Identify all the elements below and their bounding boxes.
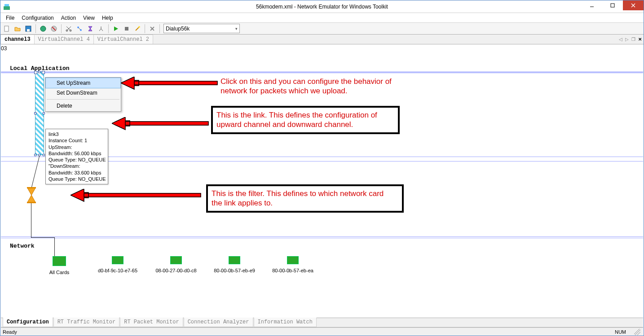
resize-grip-icon[interactable] xyxy=(634,329,640,335)
connector-line xyxy=(54,237,55,257)
tab-prev-icon[interactable]: ◁ xyxy=(619,37,622,42)
svg-rect-3 xyxy=(611,4,614,7)
profile-dropdown[interactable]: Dialup56k ▾ xyxy=(163,24,240,33)
bottom-tab[interactable]: RT Packet Monitor xyxy=(120,318,183,327)
chevron-down-icon: ▾ xyxy=(235,26,238,31)
link-tooltip: link3 Instance Count: 1 UpStream: Bandwi… xyxy=(45,129,108,184)
branch-icon[interactable] xyxy=(96,24,106,34)
arrow-icon xyxy=(112,117,211,131)
network-card-item[interactable]: All Cards xyxy=(41,256,77,275)
nic-icon xyxy=(53,256,66,266)
menu-help[interactable]: Help xyxy=(98,14,117,22)
svg-point-22 xyxy=(138,26,140,28)
settings-icon[interactable] xyxy=(147,24,157,34)
open-icon[interactable] xyxy=(13,24,22,34)
svg-line-25 xyxy=(31,156,40,188)
bottom-tab[interactable]: Information Watch xyxy=(254,318,317,327)
app-icon xyxy=(0,3,13,10)
svg-rect-30 xyxy=(125,122,208,125)
channel-tab-strip: channel3 VirtualChannel 4 VirtualChannel… xyxy=(0,35,644,44)
nic-icon xyxy=(170,256,182,264)
svg-rect-32 xyxy=(84,193,201,197)
status-text: Ready xyxy=(1,329,17,335)
topology-canvas[interactable]: Local Application Set UpStream Set DownS… xyxy=(1,45,643,317)
bottom-tab[interactable]: Connection Analyzer xyxy=(184,318,253,327)
globe-icon[interactable] xyxy=(38,24,48,34)
connector-line xyxy=(31,203,31,237)
divider xyxy=(1,71,643,72)
annotation-box: This is the filter. This defines to whic… xyxy=(206,184,404,213)
maximize-button[interactable] xyxy=(602,0,623,10)
svg-rect-8 xyxy=(27,29,30,31)
profile-dropdown-value: Dialup56k xyxy=(166,26,190,32)
save-icon[interactable] xyxy=(23,24,33,34)
arrow-icon xyxy=(121,77,220,90)
toolbar: Dialup56k ▾ xyxy=(0,23,644,35)
divider xyxy=(1,236,643,237)
network-label: Network xyxy=(10,243,35,249)
status-numlock: NUM xyxy=(615,329,626,335)
svg-rect-20 xyxy=(125,27,128,31)
menu-file[interactable]: File xyxy=(2,14,18,22)
ctx-set-upstream[interactable]: Set UpStream xyxy=(45,78,121,88)
svg-point-9 xyxy=(40,26,46,31)
window-title: 56kmodem.xml - Network Emulator for Wind… xyxy=(0,4,644,10)
bottom-tab-strip: Configuration RT Traffic Monitor RT Pack… xyxy=(1,318,643,327)
svg-rect-6 xyxy=(4,26,9,31)
ctx-set-downstream[interactable]: Set DownStream xyxy=(46,88,120,98)
hourglass-icon[interactable] xyxy=(85,24,95,34)
ctx-delete[interactable]: Delete xyxy=(46,101,120,111)
svg-line-18 xyxy=(99,29,101,31)
scissors-icon[interactable] xyxy=(64,24,74,34)
network-card-item[interactable]: 80-00-0b-57-eb-e9 xyxy=(216,256,252,275)
tab-close-icon[interactable]: ✕ xyxy=(638,37,642,42)
stop-globe-icon[interactable] xyxy=(49,24,59,34)
menu-bar: File Configuration Action View Help xyxy=(0,13,644,23)
menu-action[interactable]: Action xyxy=(57,14,79,22)
menu-configuration[interactable]: Configuration xyxy=(18,14,57,22)
bottom-tab[interactable]: Configuration xyxy=(3,318,53,327)
svg-rect-26 xyxy=(27,187,36,188)
divider xyxy=(1,238,643,238)
network-card-item[interactable]: 08-00-27-00-d0-c8 xyxy=(158,256,194,275)
arrow-icon xyxy=(71,189,205,202)
connector-line xyxy=(31,237,54,238)
play-icon[interactable] xyxy=(111,24,121,34)
filter-node[interactable] xyxy=(26,187,37,205)
new-icon[interactable] xyxy=(2,24,12,34)
divider xyxy=(1,72,643,73)
menu-view[interactable]: View xyxy=(79,14,98,22)
svg-rect-0 xyxy=(4,6,10,10)
channel-tab[interactable]: channel3 xyxy=(0,35,35,44)
nic-icon xyxy=(229,256,240,264)
network-card-item[interactable]: d0-bf-9c-10-e7-65 xyxy=(100,256,136,275)
close-button[interactable] xyxy=(623,0,644,10)
channel-tab[interactable]: VirtualChannel 2 xyxy=(93,35,153,44)
bottom-tab[interactable]: RT Traffic Monitor xyxy=(53,318,120,327)
title-bar: 56kmodem.xml - Network Emulator for Wind… xyxy=(0,0,644,13)
status-bar: Ready NUM xyxy=(1,327,643,336)
minimize-button[interactable] xyxy=(582,0,602,10)
network-card-item[interactable]: 80-00-0b-57-eb-ea xyxy=(275,256,311,275)
wand-icon[interactable] xyxy=(132,24,142,34)
channel-tab[interactable]: VirtualChannel 4 xyxy=(34,35,94,44)
annotation-text: Click on this and you can configure the … xyxy=(221,77,392,96)
svg-rect-27 xyxy=(27,202,36,203)
stop-icon[interactable] xyxy=(122,24,132,34)
link-context-menu: Set UpStream Set DownStream Delete xyxy=(45,77,121,112)
svg-rect-1 xyxy=(4,4,9,6)
network-cards-row: All Cards d0-bf-9c-10-e7-65 08-00-27-00-… xyxy=(41,256,311,275)
svg-rect-28 xyxy=(134,81,217,85)
nic-icon xyxy=(112,256,124,264)
svg-line-19 xyxy=(101,29,103,31)
tab-next-icon[interactable]: ▷ xyxy=(625,37,629,42)
annotation-box: This is the link. This defines the confi… xyxy=(211,106,400,134)
svg-line-16 xyxy=(79,28,80,30)
flow-icon[interactable] xyxy=(75,24,84,34)
nic-icon xyxy=(287,256,299,264)
tab-new-icon[interactable]: ❐ xyxy=(631,37,635,42)
